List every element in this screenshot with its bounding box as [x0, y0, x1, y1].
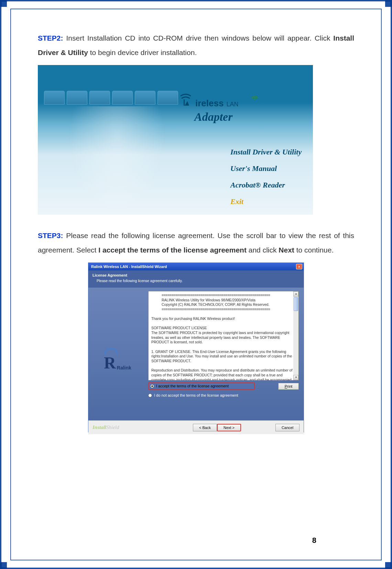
license-text-area[interactable]: ========================================…: [148, 291, 299, 380]
wifi-icon: [251, 93, 259, 100]
step3-mid: and click: [247, 246, 279, 254]
corner-decoration: [0, 562, 7, 569]
wizard-sidebar: R Ralink: [88, 288, 147, 420]
license-repro: Reproduction and Distribution. You may r…: [151, 368, 296, 380]
step3-bold1: I accept the terms of the license agreem…: [98, 246, 247, 254]
cd-menu-tabs: [44, 91, 178, 105]
wizard-body: R Ralink ===============================…: [88, 288, 304, 420]
accept-radio-label: I accept the terms of the license agreem…: [156, 384, 229, 388]
license-spl-title: SOFTWARE PRODUCT LICENSE: [151, 326, 296, 331]
wizard-content: ========================================…: [147, 288, 304, 420]
ralink-logo-text: Ralink: [117, 365, 131, 371]
step2-text-a: Insert Installation CD into CD-ROM drive…: [63, 34, 334, 42]
wizard-footer: InstallShield < Back Next > Cancel: [88, 420, 304, 434]
person-image-placeholder: [69, 106, 165, 213]
scroll-thumb[interactable]: [294, 297, 298, 311]
logo-text-wireless: ireless: [195, 98, 224, 109]
wizard-header: License Agreement Please read the follow…: [88, 270, 304, 288]
menu-acrobat-reader[interactable]: Acrobat® Reader: [230, 181, 302, 190]
cd-tab: [89, 91, 110, 105]
accept-radio[interactable]: [150, 384, 154, 388]
cd-menu-links: Install Driver & Utility User's Manual A…: [230, 148, 302, 206]
print-label-rest: rint: [287, 384, 292, 388]
license-thanks: Thank you for purchasing RALINK Wireless…: [151, 316, 296, 321]
cd-tab: [135, 91, 155, 105]
wifi-hat-icon: [179, 91, 193, 106]
back-button[interactable]: < Back: [193, 424, 217, 431]
cd-tab: [67, 91, 87, 105]
reject-radio-label: I do not accept the terms of the license…: [154, 393, 238, 397]
license-line: Copyright (C) RALINK TECHNOLOGY, CORP. A…: [162, 302, 296, 307]
step3-paragraph: STEP3: Please read the following license…: [38, 228, 354, 257]
corner-decoration: [0, 0, 7, 7]
wizard-step-title: License Agreement: [92, 273, 300, 277]
wizard-step-subtitle: Please read the following license agreem…: [92, 279, 300, 283]
scroll-track[interactable]: [293, 297, 298, 375]
logo-text-lan: LAN: [226, 101, 238, 108]
step2-paragraph: STEP2: Insert Installation CD into CD-RO…: [38, 31, 354, 60]
wireless-lan-logo: ireless LAN: [179, 91, 238, 109]
reject-radio[interactable]: [148, 394, 152, 397]
ralink-logo-mark: R: [104, 353, 116, 372]
menu-exit[interactable]: Exit: [230, 197, 302, 206]
license-divider: ========================================…: [162, 307, 296, 312]
ralink-logo: R Ralink: [104, 353, 131, 372]
cd-tab: [44, 91, 65, 105]
scroll-down-icon[interactable]: ▾: [293, 375, 298, 380]
license-line: RALINK Wireless Utility for Windows 98/M…: [162, 298, 296, 303]
reject-row: I do not accept the terms of the license…: [148, 393, 299, 397]
wizard-window-title: Ralink Wireless LAN - InstallShield Wiza…: [91, 265, 296, 269]
print-button[interactable]: Print: [278, 383, 299, 390]
step2-text-b: to begin device driver installation.: [88, 49, 197, 56]
wizard-nav-buttons: < Back Next > Cancel: [193, 424, 300, 431]
menu-users-manual[interactable]: User's Manual: [230, 164, 302, 173]
step2-label: STEP2:: [38, 34, 63, 42]
cd-tab: [157, 91, 178, 105]
step3-bold2: Next: [279, 246, 294, 254]
menu-install-driver[interactable]: Install Driver & Utility: [230, 148, 302, 157]
installshield-brand: InstallShield: [92, 425, 119, 430]
adapter-heading: Adapter: [194, 110, 232, 124]
license-grant: 1. GRANT OF LICENSE. This End-User Licen…: [151, 350, 296, 364]
cd-tab: [112, 91, 133, 105]
svg-point-1: [254, 98, 255, 100]
cancel-button[interactable]: Cancel: [275, 424, 300, 431]
license-spl-body: The SOFTWARE PRODUCT is protected by cop…: [151, 331, 296, 345]
next-button[interactable]: Next >: [217, 424, 241, 431]
step3-label: STEP3:: [38, 232, 63, 239]
step3-text-b: to continue.: [294, 246, 334, 254]
installshield-wizard-window: Ralink Wireless LAN - InstallShield Wiza…: [88, 262, 304, 432]
license-divider: ========================================…: [162, 293, 296, 298]
svg-rect-0: [184, 99, 185, 106]
close-button[interactable]: ✕: [296, 264, 302, 269]
license-scrollbar[interactable]: ▴ ▾: [293, 291, 298, 380]
scroll-up-icon[interactable]: ▴: [293, 291, 298, 297]
cd-autorun-menu: ireless LAN Adapter Install Driver & Uti…: [38, 65, 313, 215]
wizard-titlebar: Ralink Wireless LAN - InstallShield Wiza…: [88, 263, 304, 270]
accept-radio-highlight: I accept the terms of the license agreem…: [148, 383, 255, 390]
corner-decoration: [385, 562, 392, 569]
corner-decoration: [385, 0, 392, 7]
accept-row: I accept the terms of the license agreem…: [148, 383, 299, 390]
page-number: 8: [312, 536, 316, 545]
